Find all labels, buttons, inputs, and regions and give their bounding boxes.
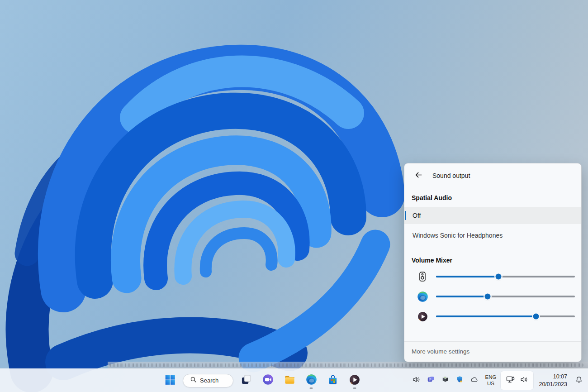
spatial-option-windows-sonic[interactable]: Windows Sonic for Headphones (404, 227, 581, 244)
notification-bell-icon (574, 375, 583, 386)
back-button[interactable] (412, 170, 425, 182)
volume-mixer-heading: Volume Mixer (404, 257, 581, 264)
tray-onedrive-button[interactable] (468, 373, 481, 389)
microsoft-store-icon (327, 374, 339, 387)
media-player-icon (416, 310, 429, 323)
chat-button[interactable] (259, 372, 277, 390)
security-shield-icon (455, 375, 464, 386)
flyout-header: Sound output (404, 163, 581, 182)
network-display-icon (506, 375, 515, 386)
language-line1: ENG (485, 374, 497, 380)
clock-date: 20/01/2023 (539, 381, 567, 388)
task-view-icon (241, 374, 252, 387)
image-watermark-strip (108, 362, 588, 368)
more-volume-settings-link[interactable]: More volume settings (412, 348, 469, 355)
start-button[interactable] (161, 372, 179, 390)
tray-teams-button[interactable] (425, 373, 437, 389)
clock[interactable]: 10:07 20/01/2023 (535, 373, 571, 388)
system-tray: ENG US 10:07 20/01/20 (410, 369, 585, 392)
sound-output-flyout: Sound output Spatial Audio Off Windows S… (404, 163, 582, 362)
spatial-option-label: Windows Sonic for Headphones (413, 232, 503, 239)
media-player-button[interactable] (346, 372, 364, 390)
slider-thumb[interactable] (496, 274, 502, 280)
slider-thumb[interactable] (484, 294, 490, 300)
language-line2: US (485, 381, 497, 387)
mixer-row-edge (404, 287, 581, 306)
search-box[interactable]: Search (183, 374, 233, 387)
file-explorer-button[interactable] (280, 372, 299, 390)
chat-icon (262, 373, 274, 387)
taskbar-center: Search (161, 369, 364, 392)
mixer-row-system (404, 267, 581, 287)
quick-settings-button[interactable] (501, 371, 533, 390)
microsoft-store-button[interactable] (324, 372, 342, 390)
edge-browser-button[interactable] (302, 372, 320, 390)
slider-fill (436, 276, 498, 277)
edge-browser-icon (305, 373, 318, 387)
volume-slider-edge[interactable] (436, 293, 575, 300)
slider-fill (436, 296, 488, 297)
spatial-audio-options: Off Windows Sonic for Headphones (404, 207, 581, 244)
flyout-title: Sound output (432, 172, 470, 179)
tray-package-button[interactable] (439, 373, 452, 389)
file-explorer-icon (284, 373, 296, 387)
volume-icon (412, 375, 421, 386)
tray-volume-button[interactable] (410, 373, 423, 389)
spatial-option-label: Off (413, 212, 421, 219)
taskbar: Search (0, 368, 588, 392)
volume-slider-media-player[interactable] (436, 313, 575, 320)
media-player-icon (349, 374, 360, 387)
tray-security-button[interactable] (454, 373, 466, 389)
edge-browser-icon (416, 290, 429, 303)
spatial-audio-heading: Spatial Audio (404, 194, 581, 201)
slider-fill (436, 316, 536, 317)
start-icon (164, 374, 176, 387)
selection-accent-bar (405, 211, 406, 220)
notification-center-button[interactable] (573, 373, 585, 389)
mixer-row-media-player (404, 306, 581, 326)
teams-icon (427, 375, 435, 386)
package-box-icon (441, 375, 450, 386)
language-indicator[interactable]: ENG US (483, 373, 499, 389)
spatial-option-off[interactable]: Off (404, 207, 581, 224)
task-view-button[interactable] (237, 372, 255, 390)
speaker-output-icon (416, 270, 429, 283)
flyout-footer: More volume settings (404, 341, 581, 362)
onedrive-cloud-icon (470, 375, 479, 386)
volume-icon (520, 375, 528, 386)
windows-bloom-wallpaper (0, 0, 416, 392)
slider-thumb[interactable] (533, 314, 539, 320)
clock-time: 10:07 (539, 373, 567, 380)
search-icon (190, 376, 197, 385)
volume-slider-system[interactable] (436, 273, 575, 280)
back-arrow-icon (415, 171, 422, 180)
search-label: Search (200, 377, 218, 384)
